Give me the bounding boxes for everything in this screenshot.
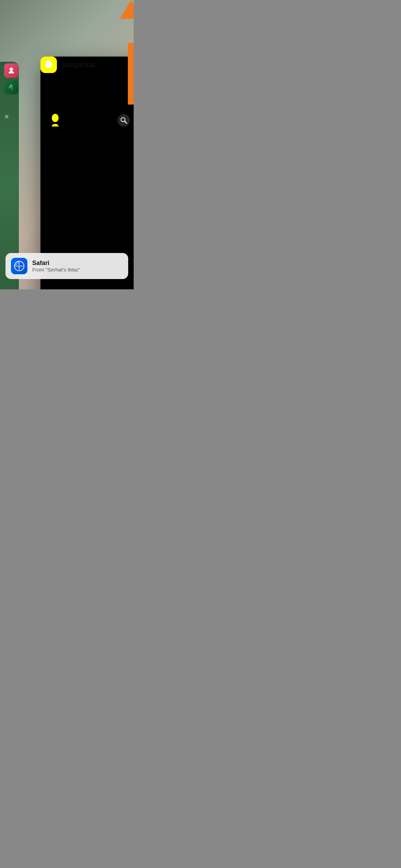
arrow-head xyxy=(120,0,134,19)
profile-icon[interactable] xyxy=(49,113,62,128)
safari-notification-subtitle: From "Serhat's iMac" xyxy=(32,267,80,273)
snapchat-title: Snapchat xyxy=(61,60,95,69)
search-icon[interactable] xyxy=(118,114,130,126)
snapchat-logo xyxy=(40,57,57,73)
pink-app-icon[interactable] xyxy=(4,63,19,78)
svg-point-4 xyxy=(53,115,58,120)
close-button[interactable]: ✕ xyxy=(4,113,9,121)
safari-notification-info: Safari From "Serhat's iMac" xyxy=(32,260,80,273)
safari-notification-title: Safari xyxy=(32,260,80,267)
svg-line-6 xyxy=(125,121,127,123)
green-app-icon[interactable] xyxy=(4,80,19,94)
orange-arrow xyxy=(120,0,134,105)
svg-point-0 xyxy=(10,68,13,71)
other-apps xyxy=(4,63,19,94)
safari-notification[interactable]: Safari From "Serhat's iMac" xyxy=(5,253,128,279)
snapchat-app-header: Snapchat xyxy=(40,57,95,73)
safari-app-icon xyxy=(11,258,27,274)
arrow-body xyxy=(128,43,134,105)
